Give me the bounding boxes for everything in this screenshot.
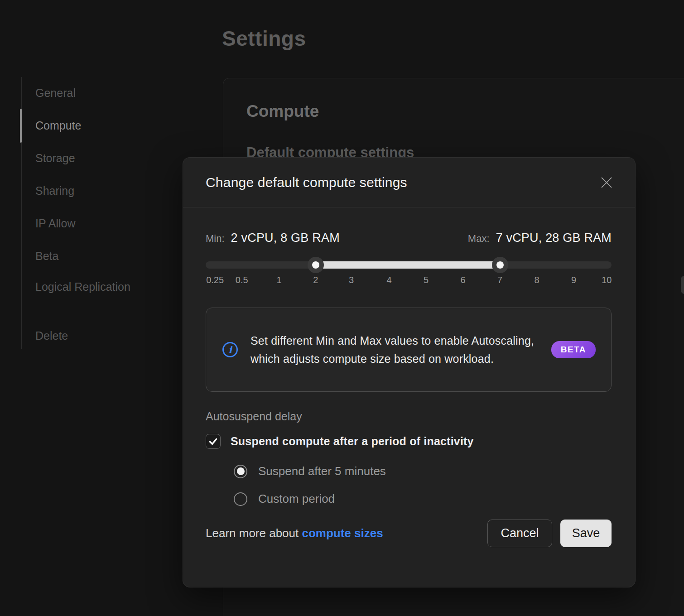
tick-label: 4 [386, 275, 391, 285]
dialog-header: Change default compute settings [183, 158, 635, 207]
tick-label: 0.5 [236, 275, 248, 285]
suspend-compute-checkbox-label: Suspend compute after a period of inacti… [231, 435, 474, 448]
compute-sizes-link[interactable]: compute sizes [302, 526, 383, 540]
min-compute-group: Min: 2 vCPU, 8 GB RAM [206, 231, 340, 245]
info-icon: i [222, 342, 238, 357]
radio-label: Suspend after 5 minutes [258, 464, 386, 478]
save-button[interactable]: Save [560, 520, 612, 547]
tick-label: 9 [571, 275, 576, 285]
tick-label: 1 [277, 275, 282, 285]
sidebar-item-general[interactable]: General [35, 84, 144, 102]
radio-button[interactable] [234, 465, 247, 478]
checkmark-icon [208, 436, 218, 447]
cancel-button[interactable]: Cancel [487, 520, 552, 547]
autoscaling-info-box: i Set different Min and Max values to en… [206, 308, 612, 392]
tick-label: 2 [313, 275, 318, 285]
tick-label: 8 [535, 275, 539, 285]
suspend-after-5-minutes-option[interactable]: Suspend after 5 minutes [234, 464, 612, 478]
dialog-title: Change default compute settings [206, 175, 407, 190]
sidebar-item-beta[interactable]: Beta [35, 247, 144, 265]
tick-label: 0.25 [206, 275, 224, 285]
sidebar-item-sharing[interactable]: Sharing [35, 182, 144, 200]
compute-range-slider[interactable] [206, 261, 612, 269]
sidebar-item-ip-allow[interactable]: IP Allow [35, 214, 144, 232]
slider-active-range [316, 261, 500, 269]
compute-card-heading: Compute [246, 102, 319, 121]
minmax-row: Min: 2 vCPU, 8 GB RAM Max: 7 vCPU, 28 GB… [206, 231, 612, 245]
sidebar-active-indicator [20, 109, 22, 143]
tick-label: 3 [349, 275, 354, 285]
sidebar-item-delete[interactable]: Delete [35, 327, 144, 345]
slider-handle-max[interactable] [492, 257, 508, 273]
tick-label: 10 [602, 275, 612, 285]
slider-tick-labels: 0.25 0.5 1 2 3 4 5 6 7 8 9 10 [206, 275, 612, 287]
change-compute-settings-dialog: Change default compute settings Min: 2 v… [183, 157, 636, 587]
tick-label: 5 [424, 275, 429, 285]
suspend-compute-checkbox-row[interactable]: Suspend compute after a period of inacti… [206, 434, 612, 449]
autosuspend-delay-label: Autosuspend delay [206, 410, 612, 423]
suspend-compute-checkbox[interactable] [206, 434, 221, 449]
slider-handle-min[interactable] [308, 257, 324, 273]
custom-period-option[interactable]: Custom period [234, 492, 612, 506]
autosuspend-radio-group: Suspend after 5 minutes Custom period [234, 464, 612, 506]
footer-buttons: Cancel Save [487, 520, 612, 547]
beta-badge: BETA [551, 341, 596, 358]
max-label: Max: [468, 233, 490, 245]
radio-button[interactable] [234, 492, 247, 506]
learn-more-prefix: Learn more about [206, 526, 302, 540]
max-value: 7 vCPU, 28 GB RAM [496, 231, 612, 245]
close-icon[interactable] [599, 175, 614, 190]
sidebar-item-logical-replication[interactable]: Logical Replication [35, 278, 135, 296]
background-partial-button [681, 276, 684, 294]
autoscaling-info-text: Set different Min and Max values to enab… [250, 332, 539, 368]
learn-more-text: Learn more about compute sizes [206, 526, 383, 540]
tick-label: 7 [497, 275, 502, 285]
page-title: Settings [222, 26, 306, 51]
sidebar-item-storage[interactable]: Storage [35, 149, 144, 167]
radio-label: Custom period [258, 492, 335, 506]
tick-label: 6 [461, 275, 466, 285]
min-label: Min: [206, 233, 225, 245]
min-value: 2 vCPU, 8 GB RAM [231, 231, 340, 245]
dialog-footer: Learn more about compute sizes Cancel Sa… [183, 520, 635, 547]
sidebar-item-compute[interactable]: Compute [35, 116, 144, 135]
max-compute-group: Max: 7 vCPU, 28 GB RAM [468, 231, 612, 245]
